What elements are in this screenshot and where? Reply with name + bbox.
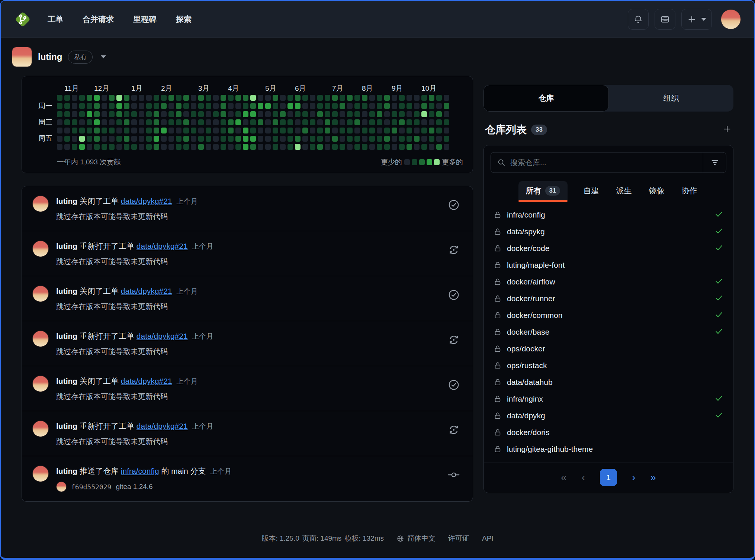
feed-repo-link[interactable]: data/dpykg#21 bbox=[136, 242, 188, 250]
repo-row[interactable]: infra/config bbox=[491, 206, 726, 223]
heatmap-cell bbox=[102, 103, 107, 109]
heatmap-cell bbox=[64, 136, 70, 142]
feed-username-link[interactable]: luting bbox=[56, 287, 77, 295]
heatmap-cell bbox=[161, 103, 167, 109]
repo-list-title: 仓库列表 bbox=[485, 123, 527, 137]
repo-filter-tab-2[interactable]: 派生 bbox=[614, 181, 633, 200]
nav-link-3[interactable]: 探索 bbox=[176, 14, 192, 25]
create-new-button[interactable] bbox=[681, 9, 712, 30]
pagination-next-button[interactable]: › bbox=[632, 472, 635, 483]
pagination-first-button[interactable]: « bbox=[561, 472, 567, 483]
language-label: 简体中文 bbox=[407, 534, 436, 543]
repo-row[interactable]: docker/airflow bbox=[491, 273, 726, 290]
profile-dropdown-caret[interactable] bbox=[101, 55, 106, 58]
heatmap-cell bbox=[57, 119, 62, 125]
feed-username-link[interactable]: luting bbox=[56, 197, 77, 205]
heatmap-cell bbox=[94, 119, 100, 125]
heatmap-cell bbox=[436, 119, 442, 125]
repo-name: infra/config bbox=[507, 210, 545, 219]
feed-avatar[interactable] bbox=[32, 196, 49, 212]
heatmap-cell bbox=[176, 111, 181, 117]
feed-avatar[interactable] bbox=[32, 376, 49, 392]
heatmap-cell bbox=[228, 103, 234, 109]
feed-repo-link[interactable]: infra/config bbox=[121, 467, 159, 475]
language-switcher[interactable]: 简体中文 bbox=[396, 534, 436, 543]
repo-search-input[interactable] bbox=[510, 158, 697, 167]
panel-tab-organizations[interactable]: 组织 bbox=[609, 85, 733, 112]
globe-icon bbox=[396, 535, 404, 543]
lock-icon bbox=[494, 261, 502, 269]
pagination-prev-button[interactable]: ‹ bbox=[582, 472, 585, 483]
repo-filter-tab-3[interactable]: 镜像 bbox=[647, 181, 666, 200]
feed-avatar[interactable] bbox=[32, 286, 49, 302]
panel-tab-repositories[interactable]: 仓库 bbox=[483, 85, 609, 112]
lock-icon bbox=[494, 228, 502, 236]
heatmap-month-label: 11月 bbox=[64, 84, 79, 93]
nav-link-2[interactable]: 里程碑 bbox=[133, 14, 157, 25]
repo-row[interactable]: luting/gitea-github-theme bbox=[491, 441, 726, 457]
feed-repo-link[interactable]: data/dpykg#21 bbox=[121, 197, 172, 205]
heatmap-cell bbox=[399, 144, 405, 150]
feed-repo-link[interactable]: data/dpykg#21 bbox=[121, 287, 172, 295]
repo-row[interactable]: docker/code bbox=[491, 240, 726, 257]
heatmap-cell bbox=[154, 144, 159, 150]
repo-row[interactable]: docker/runner bbox=[491, 290, 726, 307]
heatmap-cell bbox=[183, 136, 189, 142]
heatmap-cell bbox=[116, 95, 122, 101]
repo-row[interactable]: luting/maple-font bbox=[491, 257, 726, 273]
heatmap-cell bbox=[362, 111, 367, 117]
heatmap-cell bbox=[444, 103, 449, 109]
heatmap-cell bbox=[94, 136, 100, 142]
heatmap-cell bbox=[109, 144, 115, 150]
repo-row[interactable]: docker/base bbox=[491, 324, 726, 340]
repo-filter-tab-1[interactable]: 自建 bbox=[582, 181, 600, 200]
feed-avatar[interactable] bbox=[32, 466, 49, 482]
repo-row[interactable]: data/spykg bbox=[491, 223, 726, 240]
commit-sha-link[interactable]: f69d552029 bbox=[71, 483, 111, 491]
repo-filter-button[interactable] bbox=[703, 152, 726, 173]
feed-username-link[interactable]: luting bbox=[56, 242, 77, 250]
feed-username-link[interactable]: luting bbox=[56, 422, 77, 430]
admin-panel-button[interactable] bbox=[655, 9, 675, 30]
feed-repo-link[interactable]: data/dpykg#21 bbox=[136, 422, 188, 430]
profile-avatar[interactable] bbox=[12, 47, 32, 67]
repo-row[interactable]: ops/docker bbox=[491, 340, 726, 357]
pagination-last-button[interactable]: » bbox=[650, 472, 656, 483]
repo-filter-tab-0[interactable]: 所有31 bbox=[518, 181, 568, 200]
repo-filter-tab-4[interactable]: 协作 bbox=[680, 181, 698, 200]
heatmap-cell bbox=[168, 111, 174, 117]
repo-row[interactable]: infra/nginx bbox=[491, 390, 726, 407]
legend-cell bbox=[427, 159, 432, 165]
repo-row[interactable]: docker/doris bbox=[491, 424, 726, 441]
api-link[interactable]: API bbox=[482, 534, 494, 543]
repo-row[interactable]: data/dpykg bbox=[491, 407, 726, 424]
nav-link-0[interactable]: 工单 bbox=[48, 14, 63, 25]
feed-username-link[interactable]: luting bbox=[56, 377, 77, 385]
heatmap-cell bbox=[250, 103, 256, 109]
repo-row[interactable]: data/datahub bbox=[491, 374, 726, 390]
heatmap-cell bbox=[124, 95, 129, 101]
repo-name: docker/runner bbox=[507, 294, 555, 303]
heatmap-cell bbox=[317, 95, 323, 101]
nav-link-1[interactable]: 合并请求 bbox=[83, 14, 114, 25]
feed-username-link[interactable]: luting bbox=[56, 332, 77, 340]
feed-repo-link[interactable]: data/dpykg#21 bbox=[121, 377, 172, 385]
app-window: 工单合并请求里程碑探索 bbox=[0, 0, 755, 560]
heatmap-cell bbox=[124, 136, 129, 142]
profile-username: luting bbox=[38, 52, 62, 62]
feed-username-link[interactable]: luting bbox=[56, 467, 77, 475]
new-repo-button[interactable] bbox=[722, 124, 732, 135]
repo-row[interactable]: docker/common bbox=[491, 307, 726, 324]
feed-avatar[interactable] bbox=[32, 241, 49, 257]
feed-avatar[interactable] bbox=[32, 331, 49, 347]
feed-repo-link[interactable]: data/dpykg#21 bbox=[136, 332, 188, 340]
pagination-current-page[interactable]: 1 bbox=[600, 469, 617, 486]
repo-row[interactable]: ops/rustack bbox=[491, 357, 726, 374]
gitea-logo[interactable] bbox=[14, 11, 31, 28]
feed-avatar[interactable] bbox=[32, 421, 49, 437]
notifications-button[interactable] bbox=[628, 9, 649, 30]
user-avatar[interactable] bbox=[721, 9, 741, 29]
repo-count-badge: 33 bbox=[531, 125, 547, 135]
feed-status-icon bbox=[447, 286, 462, 312]
license-link[interactable]: 许可证 bbox=[448, 534, 469, 543]
